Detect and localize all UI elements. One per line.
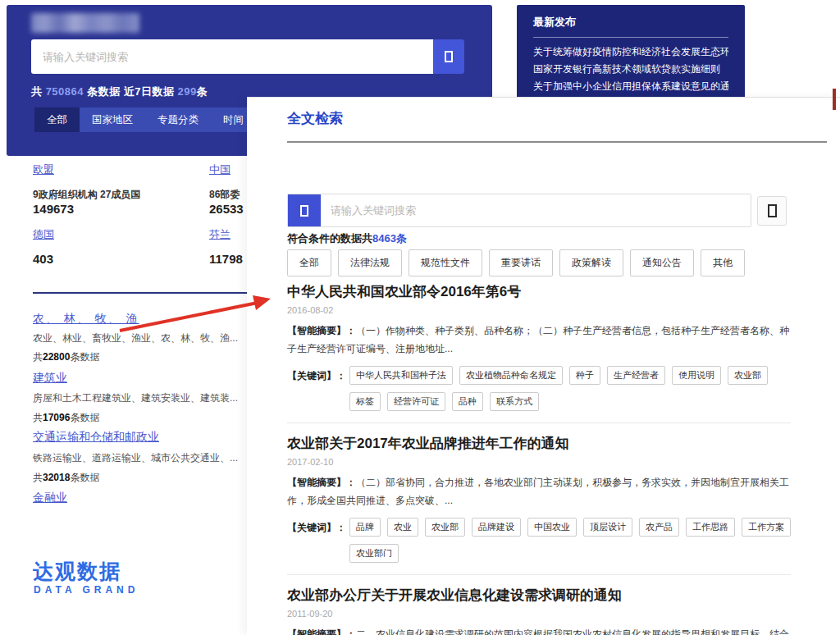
sidebar-link-transport[interactable]: 交通运输和仓储和邮政业 xyxy=(33,430,159,445)
keyword-chip[interactable]: 品牌建设 xyxy=(472,518,521,537)
filter-policy-interpretation[interactable]: 政策解读 xyxy=(559,249,623,276)
sidebar-china-desc: 86部委 xyxy=(209,188,240,202)
sidebar-transport-desc: 铁路运输业、道路运输业、城市公共交通业、... xyxy=(33,451,238,465)
keyword-chip[interactable]: 农业部 xyxy=(425,518,465,537)
result-summary: 【智能摘要】：（一）作物种类、种子类别、品种名称；（二）种子生产经营者信息，包括… xyxy=(287,322,791,358)
stats-total-number: 750864 xyxy=(46,85,84,98)
count-prefix: 共 xyxy=(33,351,43,363)
keyword-chip[interactable]: 农产品 xyxy=(639,518,679,537)
keyword-chip[interactable]: 经营许可证 xyxy=(387,392,445,411)
latest-title: 最新发布 xyxy=(533,15,728,30)
keyword-chip[interactable]: 农业植物品种命名规定 xyxy=(459,366,563,385)
keyword-chip[interactable]: 种子 xyxy=(569,366,600,385)
keyword-chip[interactable]: 生产经营者 xyxy=(607,366,665,385)
summary-label: 【智能摘要】： xyxy=(287,325,356,336)
filter-normative-docs[interactable]: 规范性文件 xyxy=(409,249,482,276)
count-suffix: 条数据 xyxy=(70,472,99,483)
sidebar-link-eu[interactable]: 欧盟 xyxy=(33,162,54,177)
filter-bar: 全部 法律法规 规范性文件 重要讲话 政策解读 通知公告 其他 xyxy=(287,249,745,276)
keyword-chip[interactable]: 标签 xyxy=(349,392,381,411)
keyword-chip[interactable]: 工作思路 xyxy=(686,518,735,537)
hero-search-input[interactable] xyxy=(31,39,433,74)
sidebar-link-china[interactable]: 中国 xyxy=(209,162,231,177)
result-count-prefix: 符合条件的数据共 xyxy=(287,232,372,244)
result-title[interactable]: 农业部关于2017年农业品牌推进年工作的通知 xyxy=(287,435,791,453)
sidebar-agriculture-desc: 农业、林业、畜牧业、渔业、农、林、牧、渔... xyxy=(33,331,238,345)
redacted-site-title xyxy=(31,13,139,33)
main-search-submit-button[interactable] xyxy=(757,196,787,226)
page: 共 750864 条数据 近7日数据 299条 全部 国家地区 专题分类 时间 … xyxy=(0,0,840,635)
summary-label: 【智能摘要】： xyxy=(287,477,356,488)
summary-text: 二、农业信息化建设需求调研的范围内容根据我国农业农村信息化发展的指导思想和发展目… xyxy=(287,628,789,635)
keyword-chip[interactable]: 中国农业 xyxy=(527,518,577,537)
stats-total-suffix: 条数据 xyxy=(84,85,124,98)
tab-all[interactable]: 全部 xyxy=(34,107,80,132)
keyword-chip[interactable]: 农业 xyxy=(387,518,418,537)
sidebar-link-agriculture[interactable]: 农、 林、 牧、 渔 xyxy=(33,312,139,327)
count-suffix: 条数据 xyxy=(70,351,99,363)
latest-item[interactable]: 关于统筹做好疫情防控和经济社会发展生态环保工作... xyxy=(533,43,728,61)
tab-country-region[interactable]: 国家地区 xyxy=(80,107,145,132)
filter-all[interactable]: 全部 xyxy=(287,249,331,276)
keyword-chip[interactable]: 中华人民共和国种子法 xyxy=(349,366,453,385)
keyword-chip[interactable]: 农业部 xyxy=(728,366,768,385)
hero-stats: 共 750864 条数据 近7日数据 299条 xyxy=(31,85,208,99)
search-icon xyxy=(300,205,308,217)
count-number: 17096 xyxy=(43,412,70,423)
keywords-label: 【关键词】： xyxy=(287,366,349,411)
page-title: 全文检索 xyxy=(287,109,343,128)
keyword-chip[interactable]: 品种 xyxy=(452,392,483,411)
latest-item[interactable]: 国家开发银行高新技术领域软贷款实施细则 xyxy=(533,61,728,78)
keyword-chip-list: 品牌 农业 农业部 品牌建设 中国农业 顶层设计 农产品 工作思路 工作方案 农… xyxy=(349,518,791,563)
keywords-label: 【关键词】： xyxy=(287,518,349,563)
result-date: 2011-09-20 xyxy=(287,609,791,619)
result-count-number: 8463 xyxy=(372,232,396,244)
filter-notices[interactable]: 通知公告 xyxy=(630,249,694,276)
keyword-chip[interactable]: 工作方案 xyxy=(742,518,791,537)
sidebar-link-construction[interactable]: 建筑业 xyxy=(33,371,67,386)
sidebar-eu-desc: 9政府组织机构 27成员国 xyxy=(33,188,140,202)
latest-panel: 最新发布 关于统筹做好疫情防控和经济社会发展生态环保工作... 国家开发银行高新… xyxy=(517,5,745,98)
edge-marker xyxy=(833,89,836,110)
result-item: 农业部关于2017年农业品牌推进年工作的通知 2017-02-10 【智能摘要】… xyxy=(287,423,791,563)
summary-text: （一）作物种类、种子类别、品种名称；（二）种子生产经营者信息，包括种子生产经营者… xyxy=(287,325,789,354)
sidebar-link-germany[interactable]: 德国 xyxy=(33,227,54,242)
result-title[interactable]: 中华人民共和国农业部令2016年第6号 xyxy=(287,283,791,301)
filter-other[interactable]: 其他 xyxy=(701,249,745,276)
count-prefix: 共 xyxy=(33,412,43,423)
hero-search-button[interactable] xyxy=(433,39,464,74)
result-item: 中华人民共和国农业部令2016年第6号 2016-08-02 【智能摘要】：（一… xyxy=(287,283,791,411)
main-search-bar xyxy=(287,194,751,227)
divider xyxy=(533,37,728,38)
count-number: 32018 xyxy=(43,472,70,483)
result-item: 农业部办公厅关于开展农业信息化建设需求调研的通知 2011-09-20 【智能摘… xyxy=(287,574,791,635)
stats-recent-suffix: 条 xyxy=(197,85,208,98)
stats-recent-number: 299 xyxy=(178,85,197,98)
filter-laws[interactable]: 法律法规 xyxy=(338,249,402,276)
main-search-category-button[interactable] xyxy=(288,194,321,226)
summary-label: 【智能摘要】： xyxy=(287,628,356,635)
result-date: 2017-02-10 xyxy=(287,457,791,467)
filter-important-speeches[interactable]: 重要讲话 xyxy=(489,249,553,276)
datagrand-logo-cn: 达观数据 xyxy=(33,558,121,585)
keyword-chip[interactable]: 品牌 xyxy=(349,518,381,537)
count-suffix: 条数据 xyxy=(70,412,99,423)
keyword-chip[interactable]: 使用说明 xyxy=(672,366,721,385)
hero-search-bar xyxy=(31,39,464,74)
count-prefix: 共 xyxy=(33,472,43,483)
sidebar-germany-count: 403 xyxy=(33,252,53,266)
sidebar-construction-desc: 房屋和土木工程建筑业、建筑安装业、建筑装... xyxy=(33,391,238,405)
latest-item[interactable]: 关于加强中小企业信用担保体系建设意见的通知 xyxy=(533,78,728,95)
keyword-chip[interactable]: 顶层设计 xyxy=(583,518,632,537)
main-search-input[interactable] xyxy=(321,194,751,226)
sidebar-agriculture-count: 共22800条数据 xyxy=(33,350,99,364)
tab-topic-category[interactable]: 专题分类 xyxy=(145,107,211,132)
sidebar-link-finland[interactable]: 芬兰 xyxy=(209,227,231,242)
keyword-chip[interactable]: 农业部门 xyxy=(349,544,399,563)
result-title[interactable]: 农业部办公厅关于开展农业信息化建设需求调研的通知 xyxy=(287,587,791,605)
main-card: 全文检索 符合条件的数据共8463条 全部 法律法规 规范性文件 重要讲话 政策… xyxy=(247,97,840,635)
sidebar-link-finance[interactable]: 金融业 xyxy=(33,491,67,505)
result-summary: 【智能摘要】：（二）部省协同，合力推进，各地农业部门主动谋划，积极参与，务求实效… xyxy=(287,473,791,509)
result-date: 2016-08-02 xyxy=(287,305,791,315)
keyword-chip[interactable]: 联系方式 xyxy=(490,392,539,411)
